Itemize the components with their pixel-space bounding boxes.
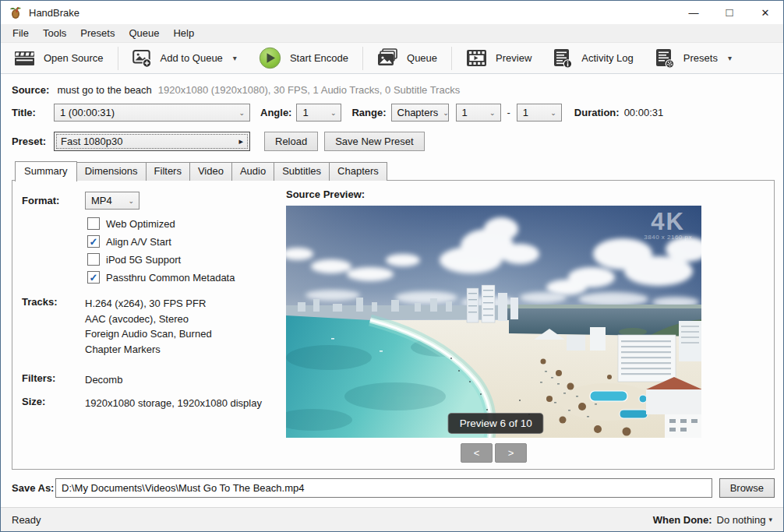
ipod-5g-checkbox[interactable]: ✓: [87, 253, 100, 266]
tab-chapters[interactable]: Chapters: [329, 162, 387, 181]
checkbox-label: Web Optimized: [106, 218, 175, 230]
presets-gear-icon: [655, 48, 675, 69]
menu-tools[interactable]: Tools: [36, 25, 73, 41]
close-button[interactable]: ✕: [747, 1, 783, 24]
passthru-metadata-checkbox[interactable]: ✓: [87, 271, 100, 284]
main-content: Source: must go to the beach 1920x1080 (…: [1, 74, 783, 507]
next-preview-button[interactable]: >: [495, 443, 527, 463]
save-as-input[interactable]: [55, 478, 712, 498]
title-row: Title: 1 (00:00:31) ⌄ Angle: 1 ⌄ Range: …: [12, 104, 775, 122]
chevron-down-icon: ▾: [233, 54, 237, 62]
preview-button[interactable]: Preview: [456, 45, 542, 71]
presets-button[interactable]: Presets ▾: [645, 44, 742, 72]
tab-summary[interactable]: Summary: [15, 161, 77, 181]
tab-audio[interactable]: Audio: [231, 162, 274, 181]
toolbar-separator: [362, 47, 363, 70]
handbrake-window: HandBrake — □ ✕ File Tools Presets Queue…: [0, 0, 784, 532]
status-ready-text: Ready: [12, 514, 41, 526]
start-encode-button[interactable]: Start Encode: [249, 43, 358, 73]
duration-label: Duration:: [574, 107, 620, 118]
track-line: Chapter Markers: [85, 342, 212, 358]
format-select[interactable]: MP4 ⌄: [85, 192, 139, 210]
range-type-select[interactable]: Chapters ⌄: [391, 104, 449, 122]
preset-dropdown[interactable]: Fast 1080p30 ▸: [54, 132, 250, 151]
tracks-label: Tracks:: [22, 296, 85, 357]
browse-button[interactable]: Browse: [719, 478, 775, 498]
activity-log-icon: [553, 48, 573, 69]
window-title: HandBrake: [29, 7, 79, 19]
format-label: Format:: [22, 195, 85, 206]
size-block: Size: 1920x1080 storage, 1920x1080 displ…: [22, 396, 283, 411]
maximize-button[interactable]: □: [712, 1, 747, 24]
tab-bar: Summary Dimensions Filters Video Audio S…: [15, 162, 775, 181]
summary-left-column: Format: MP4 ⌄ ✓ Web Optimized ✓ Align A/…: [12, 181, 283, 469]
checkmark-icon: ✓: [90, 237, 98, 247]
open-source-button[interactable]: Open Source: [4, 45, 114, 72]
status-bar: Ready When Done: Do nothing ▾: [1, 507, 783, 531]
preview-column: Source Preview:: [283, 181, 701, 469]
size-label: Size:: [22, 396, 85, 411]
toolbar-separator: [118, 47, 118, 70]
title-label: Title:: [12, 107, 54, 118]
checkmark-icon: ✓: [90, 273, 98, 283]
save-as-row: Save As: Browse: [12, 478, 775, 498]
duration-value: 00:00:31: [624, 107, 664, 118]
when-done-label: When Done:: [653, 514, 712, 526]
source-name: must go to the beach: [57, 84, 151, 96]
title-select[interactable]: 1 (00:00:31) ⌄: [54, 104, 250, 122]
queue-button[interactable]: Queue: [367, 44, 447, 72]
reload-button[interactable]: Reload: [264, 132, 318, 151]
source-preview-image: 4K 3840 x 2160 px Preview 6 of 10: [286, 206, 701, 438]
save-new-preset-button[interactable]: Save New Preset: [324, 132, 424, 151]
source-label: Source:: [12, 84, 49, 96]
track-line: AAC (avcodec), Stereo: [85, 312, 212, 327]
tab-filters[interactable]: Filters: [146, 162, 190, 181]
web-optimized-checkbox[interactable]: ✓: [87, 217, 100, 230]
filmstrip-play-icon: [466, 49, 487, 67]
chevron-down-icon: ⌄: [128, 197, 134, 205]
source-details: 1920x1080 (1920x1080), 30 FPS, 1 Audio T…: [158, 84, 460, 96]
preset-row: Preset: Fast 1080p30 ▸ Reload Save New P…: [12, 132, 775, 151]
beach-scene-graphic: [286, 206, 701, 438]
toolbar-separator: [451, 47, 452, 70]
chevron-down-icon: ⌄: [489, 109, 496, 117]
preview-count-tooltip: Preview 6 of 10: [448, 413, 544, 434]
checkbox-label: Passthru Common Metadata: [106, 272, 235, 284]
when-done-dropdown[interactable]: Do nothing ▾: [717, 514, 772, 526]
chevron-right-icon: ▸: [238, 136, 243, 146]
play-circle-icon: [259, 47, 281, 69]
add-to-queue-button[interactable]: Add to Queue ▾: [122, 44, 247, 72]
checkbox-label: iPod 5G Support: [106, 254, 181, 266]
align-av-start-checkbox[interactable]: ✓: [87, 235, 100, 248]
size-value: 1920x1080 storage, 1920x1080 display: [85, 396, 262, 411]
range-to-select[interactable]: 1 ⌄: [517, 104, 562, 122]
range-separator: -: [507, 107, 510, 118]
previous-preview-button[interactable]: <: [461, 443, 493, 463]
menu-queue[interactable]: Queue: [122, 25, 166, 41]
range-label: Range:: [351, 107, 386, 118]
title-bar: HandBrake — □ ✕: [1, 1, 783, 24]
menu-file[interactable]: File: [5, 25, 36, 41]
minimize-button[interactable]: —: [676, 1, 712, 24]
summary-panel: Format: MP4 ⌄ ✓ Web Optimized ✓ Align A/…: [12, 180, 775, 470]
range-from-select[interactable]: 1 ⌄: [456, 104, 501, 122]
passthru-metadata-checkbox-row: ✓ Passthru Common Metadata: [87, 271, 283, 284]
angle-select[interactable]: 1 ⌄: [296, 104, 341, 122]
web-optimized-checkbox-row: ✓ Web Optimized: [87, 217, 283, 230]
add-to-queue-icon: [132, 48, 152, 68]
chevron-down-icon: ⌄: [443, 109, 449, 117]
tab-dimensions[interactable]: Dimensions: [76, 162, 147, 181]
chevron-down-icon: ⌄: [550, 109, 556, 117]
menu-presets[interactable]: Presets: [73, 25, 122, 41]
align-av-start-checkbox-row: ✓ Align A/V Start: [87, 235, 283, 248]
toolbar: Open Source Add to Queue ▾: [1, 43, 783, 74]
source-row: Source: must go to the beach 1920x1080 (…: [12, 84, 775, 96]
menu-help[interactable]: Help: [166, 25, 201, 41]
tab-subtitles[interactable]: Subtitles: [274, 162, 330, 181]
activity-log-button[interactable]: Activity Log: [543, 44, 643, 72]
tab-video[interactable]: Video: [189, 162, 232, 181]
source-preview-heading: Source Preview:: [286, 188, 701, 200]
preview-nav: < >: [286, 443, 701, 463]
handbrake-logo-icon: [9, 5, 23, 19]
track-line: H.264 (x264), 30 FPS PFR: [85, 296, 212, 312]
